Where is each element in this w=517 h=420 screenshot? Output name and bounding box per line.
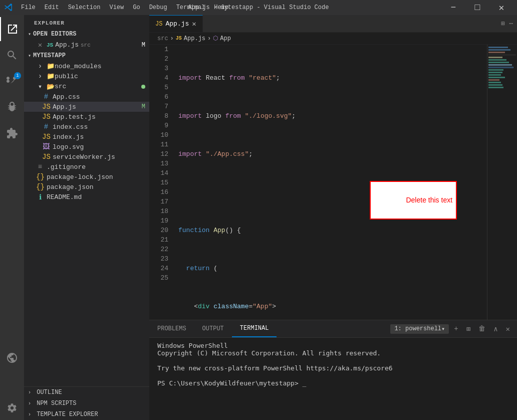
terminal-line-3 xyxy=(157,357,509,364)
outline-section[interactable]: › OUTLINE xyxy=(24,387,149,398)
split-editor-icon[interactable]: ⊞ xyxy=(501,20,505,28)
tree-item-label: node_modules xyxy=(55,63,102,70)
js-lang-badge: JS xyxy=(47,42,53,48)
main-layout: 1 EXPLORER ▾ OPEN EDITORS ✕ JS App.js xyxy=(0,15,517,420)
breadcrumb: src › JS App.js › ⬡ App xyxy=(149,33,517,45)
tree-readme[interactable]: ℹ README.md xyxy=(24,192,149,202)
menu-selection[interactable]: Selection xyxy=(64,3,105,12)
tree-item-label: index.js xyxy=(53,133,84,141)
menu-file[interactable]: File xyxy=(17,3,40,12)
close-terminal-icon[interactable]: ✕ xyxy=(503,324,513,334)
close-icon[interactable]: ✕ xyxy=(36,41,44,49)
template-explorer-label: TEMPLATE EXPLORER xyxy=(37,411,98,418)
menu-debug[interactable]: Debug xyxy=(145,3,171,12)
window-title: App.js - mytestapp - Visual Studio Code xyxy=(188,4,329,11)
breadcrumb-src[interactable]: src xyxy=(157,35,168,42)
source-control-badge: 1 xyxy=(14,72,21,79)
breadcrumb-appjs[interactable]: App.js xyxy=(184,35,205,42)
tab-close-icon[interactable]: ✕ xyxy=(192,20,196,28)
search-activity-icon[interactable] xyxy=(0,43,24,67)
delete-terminal-icon[interactable]: 🗑 xyxy=(475,324,488,334)
terminal-content[interactable]: Windows PowerShell Copyright (C) Microso… xyxy=(149,338,517,420)
chevron-right-icon: › xyxy=(28,390,31,395)
breadcrumb-app[interactable]: App xyxy=(220,35,231,42)
code-line-1: import React from "react"; xyxy=(174,73,487,83)
tree-package-lock[interactable]: {} package-lock.json xyxy=(24,172,149,182)
js-file-icon: JS xyxy=(42,113,50,121)
tree-src[interactable]: ▾ 📂 src xyxy=(24,81,149,92)
tab-bar: JS App.js ✕ ⊞ ⋯ xyxy=(149,15,517,33)
terminal-line-2: Copyright (C) Microsoft Corporation. All… xyxy=(157,349,509,357)
sidebar-header: EXPLORER xyxy=(24,15,149,29)
tree-service-worker[interactable]: JS serviceWorker.js xyxy=(24,152,149,162)
tree-item-label: App.test.js xyxy=(53,113,96,121)
tree-package-json[interactable]: {} package.json xyxy=(24,182,149,192)
tree-item-label: logo.svg xyxy=(53,143,84,151)
tab-filename: App.js xyxy=(165,20,189,28)
close-button[interactable]: ✕ xyxy=(490,0,513,15)
code-editor[interactable]: 1 2 3 4 5 6 7 8 9 10 11 12 13 14 xyxy=(149,45,487,320)
tree-index-css[interactable]: # index.css xyxy=(24,122,149,132)
mytestapp-section[interactable]: ▾ MYTESTAPP xyxy=(24,50,149,61)
chevron-right-icon: › xyxy=(36,62,44,70)
outline-label: OUTLINE xyxy=(37,389,62,396)
tree-item-label: index.css xyxy=(53,123,88,131)
annotation-delete-text: Delete this text xyxy=(370,181,457,220)
menu-go[interactable]: Go xyxy=(129,3,144,12)
chevron-down-icon3: ▾ xyxy=(36,82,44,91)
tab-problems[interactable]: PROBLEMS xyxy=(149,320,194,337)
extensions-activity-icon[interactable] xyxy=(0,121,24,145)
split-terminal-icon[interactable]: ⊞ xyxy=(463,324,473,334)
modified-dot xyxy=(141,85,145,89)
tree-app-test-js[interactable]: JS App.test.js xyxy=(24,112,149,122)
code-content[interactable]: import React from "react"; import logo f… xyxy=(174,45,487,320)
minimize-button[interactable]: − xyxy=(442,0,465,15)
tree-gitignore[interactable]: ≡ .gitignore xyxy=(24,162,149,172)
tree-index-js[interactable]: JS index.js xyxy=(24,132,149,142)
js-file-icon: JS xyxy=(42,153,50,161)
menu-view[interactable]: View xyxy=(105,3,128,12)
code-line-7: <div className="App"> xyxy=(174,302,487,311)
settings-activity-icon[interactable] xyxy=(0,396,24,420)
tree-logo-svg[interactable]: 🖼 logo.svg xyxy=(24,142,149,152)
terminal-line-4: Try the new cross-platform PowerShell ht… xyxy=(157,364,509,372)
npm-scripts-section[interactable]: › NPM SCRIPTS xyxy=(24,398,149,409)
minimap xyxy=(487,45,517,320)
chevron-right-icon: › xyxy=(28,401,31,406)
chevron-down-icon: ▾ xyxy=(28,31,31,37)
maximize-terminal-icon[interactable]: ∧ xyxy=(490,324,500,334)
line-numbers: 1 2 3 4 5 6 7 8 9 10 11 12 13 14 xyxy=(149,45,174,320)
tree-item-label: App.css xyxy=(53,93,80,101)
npm-scripts-label: NPM SCRIPTS xyxy=(37,400,76,407)
tree-node-modules[interactable]: › 📁 node_modules xyxy=(24,61,149,71)
debug-activity-icon[interactable] xyxy=(0,95,24,119)
tree-app-js[interactable]: JS App.js M xyxy=(24,102,149,112)
explorer-activity-icon[interactable] xyxy=(0,17,24,41)
activity-bar: 1 xyxy=(0,15,24,420)
tab-terminal[interactable]: TERMINAL xyxy=(232,320,277,337)
vscode-logo-icon xyxy=(4,3,13,12)
tree-item-label: public xyxy=(55,73,78,80)
tree-public[interactable]: › 📁 public xyxy=(24,71,149,81)
tab-output[interactable]: OUTPUT xyxy=(194,320,232,337)
open-editors-label: OPEN EDITORS xyxy=(33,31,76,38)
breadcrumb-js-icon: JS xyxy=(176,36,182,41)
more-actions-icon[interactable]: ⋯ xyxy=(509,20,513,28)
remote-activity-icon[interactable] xyxy=(0,346,24,370)
open-editors-section[interactable]: ▾ OPEN EDITORS xyxy=(24,29,149,40)
chevron-right-icon: › xyxy=(28,412,31,417)
tree-item-label: serviceWorker.js xyxy=(53,153,115,161)
tree-item-label: README.md xyxy=(47,193,82,201)
add-terminal-icon[interactable]: + xyxy=(451,324,461,334)
menu-edit[interactable]: Edit xyxy=(41,3,63,12)
maximize-button[interactable]: □ xyxy=(466,0,489,15)
template-explorer-section[interactable]: › TEMPLATE EXPLORER xyxy=(24,409,149,420)
terminal-dropdown[interactable]: 1: powershell ▾ xyxy=(390,324,449,334)
tree-item-label: package.json xyxy=(47,183,94,191)
source-control-activity-icon[interactable]: 1 xyxy=(0,69,24,93)
tree-app-css[interactable]: # App.css xyxy=(24,92,149,102)
open-editor-item-appjs[interactable]: ✕ JS App.js src M xyxy=(24,40,149,50)
modified-letter: M xyxy=(142,103,145,110)
js-tab-icon: JS xyxy=(155,21,162,28)
tab-appjs[interactable]: JS App.js ✕ xyxy=(149,15,203,32)
